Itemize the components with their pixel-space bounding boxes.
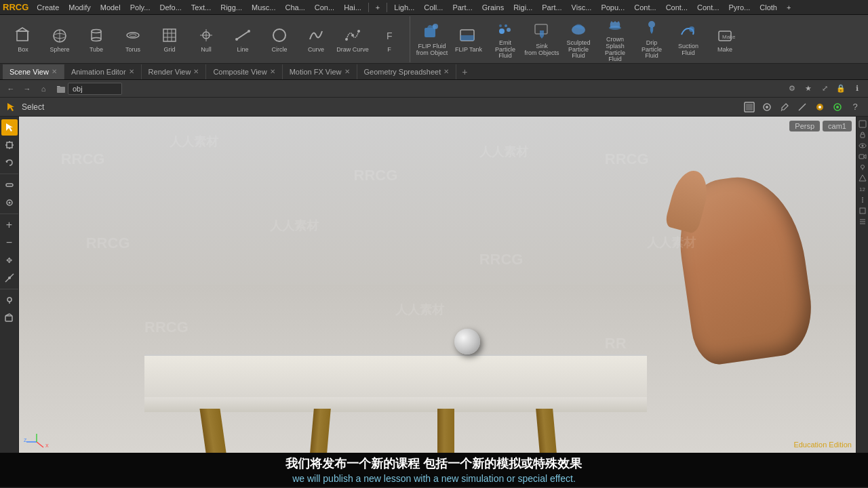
tab-motion-fx[interactable]: Motion FX View ✕ [283,64,357,79]
menu-plus1[interactable]: + [372,2,384,13]
tab-scene-view[interactable]: Scene View ✕ [3,64,64,79]
menu-defo[interactable]: Defo... [155,2,185,13]
menu-ligh[interactable]: Ligh... [390,2,418,13]
left-tool-select[interactable] [1,119,18,136]
vis-icon[interactable] [830,100,845,115]
menu-coll[interactable]: Coll... [420,2,447,13]
right-tool-geo[interactable] [858,174,867,183]
toolbar-make[interactable]: Make Make [707,18,743,61]
toolbar-sculpted[interactable]: SculptedParticle Fluid [561,18,596,61]
display-mode-icon[interactable] [742,100,757,115]
left-tool-transform[interactable] [1,137,18,153]
right-tool-render[interactable] [858,119,867,129]
menu-rigi[interactable]: Rigi... [509,2,536,13]
left-tool-grab[interactable]: ✥ [1,252,18,268]
toolbar-sink[interactable]: Sinkfrom Objects [524,18,559,61]
menu-popu[interactable]: Cont... [662,2,692,13]
right-tool-cam[interactable] [858,152,867,161]
tab-composite-view[interactable]: Composite View ✕ [206,64,282,79]
left-tool-pivot[interactable] [1,270,18,286]
right-tool-light[interactable] [858,163,867,172]
right-tool-more2[interactable] [858,206,867,216]
tab-add-button[interactable]: + [456,66,473,77]
home-button[interactable]: ⌂ [37,82,50,96]
left-tool-view[interactable] [1,195,18,211]
tab-geometry-spreadsheet-close[interactable]: ✕ [443,68,449,75]
right-tool-more3[interactable] [858,217,867,226]
expand-button[interactable]: ⤢ [818,82,831,96]
menu-text[interactable]: Text... [187,2,215,13]
menu-part[interactable]: Part... [448,2,476,13]
menu-cloth[interactable]: Cloth [755,2,781,13]
toolbar-suction[interactable]: Suction Fluid [671,18,706,61]
toolbar-line[interactable]: Line [225,18,260,61]
left-tool-light[interactable] [1,292,18,308]
left-tool-remove[interactable]: − [1,235,18,251]
toolbar-sphere[interactable]: Sphere [42,18,77,61]
make-icon: Make [715,25,735,45]
left-tool-add[interactable]: + [1,217,18,233]
menu-oceans[interactable]: Popu... [597,2,629,13]
menu-create[interactable]: Create [33,2,63,13]
toolbar-emit-particle[interactable]: EmitParticle Fluid [488,18,523,61]
display-options-button[interactable]: ⚙ [785,82,799,96]
toolbar-tube[interactable]: Tube [79,18,114,61]
back-button[interactable]: ← [4,82,18,96]
toolbar-curve[interactable]: Curve [298,18,334,61]
cam1-button[interactable]: cam1 [823,121,852,131]
toolbar-grid[interactable]: Grid [152,18,187,61]
menu-modify[interactable]: Modify [64,2,94,13]
bookmark-button[interactable]: ★ [802,82,815,96]
menu-con[interactable]: Con... [311,2,338,13]
menu-plus2[interactable]: + [783,2,795,13]
menu-poly[interactable]: Poly... [126,2,155,13]
forward-button[interactable]: → [20,82,34,96]
ruler-icon[interactable] [795,100,810,115]
tab-motion-fx-close[interactable]: ✕ [344,68,350,75]
toolbar-f[interactable]: F F [372,18,407,61]
left-tool-rotate[interactable] [1,155,18,171]
tab-render-view-close[interactable]: ✕ [193,68,199,75]
help-icon[interactable]: ? [848,100,863,115]
tab-geometry-spreadsheet[interactable]: Geometry Spreadsheet ✕ [357,64,457,79]
menu-rigg[interactable]: Rigg... [216,2,246,13]
left-tool-handle[interactable] [1,177,18,193]
lock-button[interactable]: 🔒 [834,82,848,96]
right-tool-more1[interactable] [858,195,867,205]
menu-musc[interactable]: Musc... [248,2,279,13]
tab-animation-editor-close[interactable]: ✕ [129,68,134,75]
toolbar-flip-tank[interactable]: FLIP Tank [451,18,486,61]
tab-composite-view-close[interactable]: ✕ [270,68,275,75]
tab-render-view[interactable]: Render View ✕ [142,64,207,79]
address-input[interactable] [68,83,122,95]
menu-model[interactable]: Model [96,2,125,13]
brush-icon[interactable] [777,100,792,115]
menu-visc[interactable]: Visc... [568,2,596,13]
render-icon[interactable] [812,100,827,115]
toolbar-box[interactable]: Box [5,18,41,61]
menu-cha[interactable]: Cha... [281,2,309,13]
toolbar-draw-curve[interactable]: Draw Curve [335,18,370,61]
right-tool-eye[interactable] [858,141,867,150]
info-button[interactable]: ℹ [850,82,864,96]
toolbar-null[interactable]: Null [189,18,224,61]
toolbar-drip[interactable]: DripParticle Fluid [634,18,669,61]
line-label: Line [237,47,248,54]
toolbar-torus[interactable]: Torus [115,18,151,61]
toolbar-circle[interactable]: Circle [262,18,297,61]
toolbar-flip-fluid[interactable]: FLIP Fluidfrom Object [414,18,450,61]
right-tool-lock[interactable] [858,130,867,140]
menu-pyro[interactable]: Pyro... [724,2,754,13]
persp-button[interactable]: Persp [789,121,820,131]
toolbar-crown[interactable]: Crown SplashParticle Fluid [597,18,633,61]
menu-part2[interactable]: Part... [538,2,566,13]
right-tool-12[interactable]: 12 [858,184,867,194]
tab-animation-editor[interactable]: Animation Editor ✕ [64,64,142,79]
tab-scene-view-close[interactable]: ✕ [52,68,57,75]
menu-flui[interactable]: Cont... [630,2,660,13]
menu-grains[interactable]: Grains [478,2,508,13]
menu-cont[interactable]: Cont... [693,2,723,13]
left-tool-geometry[interactable] [1,310,18,326]
snap-icon[interactable] [760,100,774,115]
menu-hai[interactable]: Hai... [340,2,366,13]
